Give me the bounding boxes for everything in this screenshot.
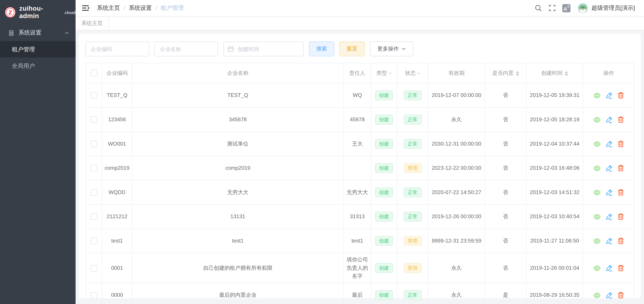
row-checkbox[interactable] bbox=[91, 189, 97, 196]
edit-icon[interactable] bbox=[606, 165, 612, 171]
cell-status: 正常 bbox=[397, 107, 428, 132]
cell-status: 正常 bbox=[397, 180, 428, 204]
edit-icon[interactable] bbox=[606, 292, 612, 298]
edit-icon[interactable] bbox=[606, 116, 612, 123]
row-checkbox[interactable] bbox=[91, 265, 97, 271]
column-header-builtin[interactable]: 是否内置 bbox=[485, 63, 526, 83]
search-icon[interactable] bbox=[535, 5, 542, 12]
cell-status: 正常 bbox=[397, 283, 428, 304]
table-row: WQDD 无穷大大 无穷大大 创建 正常 2020-07-22 14:50:27… bbox=[86, 180, 634, 204]
row-checkbox[interactable] bbox=[91, 165, 97, 172]
column-header-type[interactable]: 类型 bbox=[371, 63, 397, 83]
avatar[interactable] bbox=[578, 3, 588, 13]
delete-icon[interactable] bbox=[618, 189, 624, 196]
sidebar-item-tenant-management[interactable]: 租户管理 bbox=[0, 41, 76, 58]
cell-builtin: 否 bbox=[485, 107, 526, 132]
cell-tenant-code: TEST_Q bbox=[102, 83, 132, 108]
cell-tenant-name: 自己创建的租户拥有所有权限 bbox=[132, 253, 344, 283]
cell-owner: 王大 bbox=[344, 132, 371, 156]
edit-icon[interactable] bbox=[606, 189, 612, 196]
row-checkbox[interactable] bbox=[91, 238, 97, 244]
edit-icon[interactable] bbox=[606, 92, 612, 99]
sidebar-item-system-settings[interactable]: 系统设置 bbox=[0, 25, 76, 41]
edit-icon[interactable] bbox=[606, 141, 612, 147]
search-button[interactable]: 搜索 bbox=[309, 42, 334, 56]
sidebar-collapse-icon[interactable] bbox=[80, 3, 91, 13]
row-checkbox[interactable] bbox=[91, 117, 97, 123]
chevron-up-icon bbox=[65, 32, 69, 34]
row-checkbox[interactable] bbox=[91, 92, 97, 99]
delete-icon[interactable] bbox=[618, 265, 624, 271]
tenant-name-input[interactable] bbox=[154, 42, 218, 56]
cell-validity: 2019-12-07 00:00:00 bbox=[428, 83, 485, 108]
delete-icon[interactable] bbox=[618, 92, 624, 99]
current-user-name[interactable]: 超级管理员[演示] bbox=[592, 5, 635, 12]
column-header-name: 企业名称 bbox=[132, 63, 344, 83]
cell-status: 正常 bbox=[397, 83, 428, 108]
column-header-select[interactable] bbox=[86, 63, 102, 83]
view-icon[interactable] bbox=[594, 214, 600, 219]
cell-type: 创建 bbox=[371, 283, 397, 304]
type-tag: 创建 bbox=[375, 263, 393, 273]
sort-carets-icon[interactable] bbox=[516, 71, 519, 76]
app-title: zuihou-admin bbox=[19, 5, 62, 20]
status-tag: 禁用 bbox=[404, 236, 422, 246]
sidebar-item-global-users[interactable]: 全局用户 bbox=[0, 58, 76, 74]
row-checkbox[interactable] bbox=[91, 213, 97, 220]
cell-builtin: 否 bbox=[485, 156, 526, 180]
cell-actions bbox=[583, 283, 634, 304]
breadcrumb-separator: / bbox=[156, 5, 157, 11]
breadcrumb-system-settings[interactable]: 系统设置 bbox=[129, 5, 152, 12]
row-checkbox[interactable] bbox=[91, 141, 97, 147]
cell-tenant-name: 最后的内置企业 bbox=[132, 283, 344, 304]
tenant-code-input[interactable] bbox=[86, 42, 149, 56]
sort-carets-icon[interactable] bbox=[565, 71, 568, 76]
cell-status: 正常 bbox=[397, 204, 428, 229]
view-icon[interactable] bbox=[594, 238, 600, 243]
cell-owner: test1 bbox=[344, 229, 371, 253]
delete-icon[interactable] bbox=[618, 238, 624, 244]
cell-owner: 45678 bbox=[344, 107, 371, 132]
row-select-cell bbox=[86, 253, 102, 283]
cell-validity: 2020-07-22 14:50:27 bbox=[428, 180, 485, 204]
view-icon[interactable] bbox=[594, 265, 600, 271]
row-checkbox[interactable] bbox=[91, 292, 97, 299]
table-row: WO001 测试单位 王大 创建 正常 2030-12-31 00:00:00 … bbox=[86, 132, 634, 156]
column-header-created[interactable]: 创建时间 bbox=[526, 63, 583, 83]
app-logo[interactable]: Z zuihou-admin cloud bbox=[0, 0, 76, 21]
cell-actions bbox=[583, 132, 634, 156]
delete-icon[interactable] bbox=[618, 116, 624, 123]
cell-status: 禁用 bbox=[397, 229, 428, 253]
create-time-input[interactable] bbox=[237, 46, 299, 52]
language-switch-icon[interactable]: A 文 bbox=[562, 4, 570, 12]
edit-icon[interactable] bbox=[606, 213, 612, 220]
table-row: comp2019 comp2019 创建 禁用 2023-12-22 00:00… bbox=[86, 156, 634, 180]
breadcrumb-home[interactable]: 系统主页 bbox=[97, 5, 120, 12]
select-all-checkbox[interactable] bbox=[91, 70, 97, 77]
column-header-status[interactable]: 状态 bbox=[397, 63, 428, 83]
cell-validity: 2030-12-31 00:00:00 bbox=[428, 132, 485, 156]
reset-button[interactable]: 重置 bbox=[339, 42, 365, 56]
status-tag: 正常 bbox=[404, 139, 422, 149]
tab-home[interactable]: 系统主页 bbox=[76, 17, 109, 30]
view-icon[interactable] bbox=[594, 190, 600, 195]
fullscreen-icon[interactable] bbox=[549, 5, 556, 12]
more-actions-button[interactable]: 更多操作 bbox=[370, 42, 413, 56]
delete-icon[interactable] bbox=[618, 292, 624, 298]
delete-icon[interactable] bbox=[618, 165, 624, 171]
cell-builtin: 否 bbox=[485, 253, 526, 283]
view-icon[interactable] bbox=[594, 141, 600, 147]
breadcrumb-current: 租户管理 bbox=[161, 5, 184, 12]
create-time-datepicker[interactable] bbox=[224, 42, 304, 56]
view-icon[interactable] bbox=[594, 117, 600, 122]
delete-icon[interactable] bbox=[618, 141, 624, 147]
app-window: Z zuihou-admin cloud 系统设置 租户管理 全局用户 bbox=[0, 0, 644, 304]
view-icon[interactable] bbox=[594, 93, 600, 98]
table-row: TEST_Q TEST_Q WQ 创建 正常 2019-12-07 00:00:… bbox=[86, 83, 634, 108]
view-icon[interactable] bbox=[594, 166, 600, 171]
edit-icon[interactable] bbox=[606, 238, 612, 244]
delete-icon[interactable] bbox=[618, 213, 624, 220]
edit-icon[interactable] bbox=[606, 265, 612, 271]
view-icon[interactable] bbox=[594, 293, 600, 298]
cell-actions bbox=[583, 156, 634, 180]
